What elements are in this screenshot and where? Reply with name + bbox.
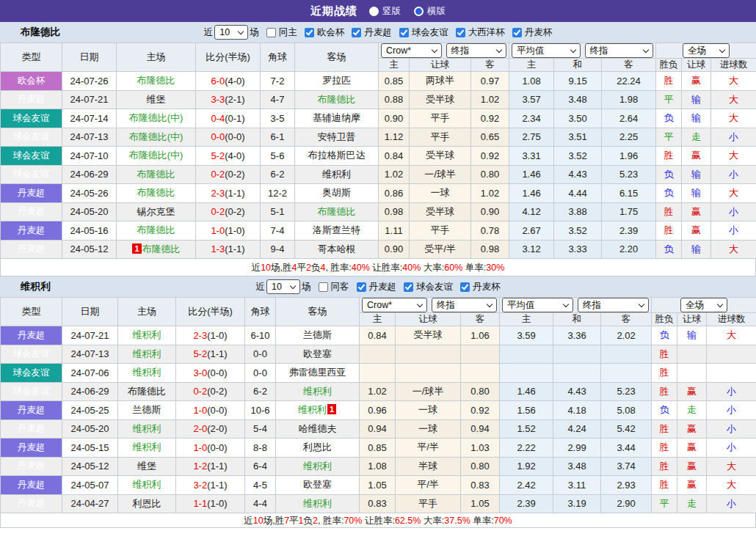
avg-away-cell: 2.64 bbox=[602, 109, 656, 128]
team-name-text: 维积利 bbox=[298, 404, 327, 415]
odds-source-select[interactable]: Crow* bbox=[362, 298, 427, 312]
avg-time-select[interactable]: 终指 bbox=[578, 298, 649, 312]
result-goals-cell: 小 bbox=[707, 382, 756, 401]
avg-time-value: 终指 bbox=[590, 45, 608, 57]
league-type-badge: 球会友谊 bbox=[1, 165, 62, 184]
match-date-cell: 24-07-21 bbox=[62, 90, 117, 109]
games-count-select[interactable]: 10 bbox=[214, 25, 248, 40]
chevron-down-icon bbox=[717, 301, 723, 307]
halftime-score: (1-1) bbox=[207, 348, 227, 359]
team-name-text: 布隆德比 bbox=[142, 243, 181, 254]
fulltime-score: 3-0 bbox=[193, 367, 207, 378]
result-handicap-cell: 赢 bbox=[677, 419, 707, 439]
result-text: 大 bbox=[729, 94, 738, 105]
filter-games-label: 场 bbox=[250, 26, 259, 39]
avg-source-select[interactable]: 平均值 bbox=[512, 43, 581, 58]
games-count-select[interactable]: 10 bbox=[266, 279, 300, 294]
page-title: 近期战绩 bbox=[310, 4, 357, 18]
fulltime-score: 2-3 bbox=[211, 188, 225, 199]
col-header-away: 客场 bbox=[276, 298, 360, 326]
league-filter-checkbox[interactable] bbox=[404, 282, 413, 292]
result-goals-cell: 小 bbox=[707, 419, 756, 439]
avg-source-select[interactable]: 平均值 bbox=[502, 298, 573, 312]
away-team-cell: 维积利 bbox=[276, 494, 360, 513]
odds-away-cell: 1.06 bbox=[461, 326, 500, 345]
corners-cell: 5-6 bbox=[261, 147, 295, 166]
summary-segment: 1 bbox=[299, 516, 304, 526]
avg-away-cell: 5.08 bbox=[601, 401, 652, 420]
match-row: 丹麦超24-05-20锡尔克堡0-2(0-2)5-1布隆德比0.98受半球0.9… bbox=[1, 202, 756, 221]
avg-time-select[interactable]: 终指 bbox=[585, 43, 654, 58]
radio-icon[interactable] bbox=[414, 7, 424, 16]
team-name-text: 维堡 bbox=[137, 461, 156, 472]
home-team-cell: 布隆德比 bbox=[117, 72, 196, 91]
section-header-bar: 布隆德比 近10场同主欧会杯丹麦超球会友谊大西洋杯丹麦杯 bbox=[0, 22, 756, 43]
league-filter-label: 丹麦超 bbox=[369, 281, 397, 293]
corners-cell: 3-5 bbox=[261, 109, 295, 128]
col-header-home: 主场 bbox=[117, 43, 196, 72]
odds-handicap-cell: 两球半 bbox=[410, 72, 471, 91]
league-filter-checkbox[interactable] bbox=[399, 28, 409, 37]
subcol-avg-home: 主 bbox=[509, 59, 554, 72]
result-handicap-cell: 输 bbox=[682, 90, 711, 109]
summary-segment: 平 bbox=[297, 263, 307, 273]
league-filter-checkbox[interactable] bbox=[456, 28, 465, 37]
filter-bar: 近10场同主欧会杯丹麦超球会友谊大西洋杯丹麦杯 bbox=[203, 25, 554, 40]
team-name-text: 锡尔克堡 bbox=[137, 206, 175, 217]
odds-home-cell: 0.94 bbox=[360, 419, 396, 439]
match-scope-select[interactable]: 全场 bbox=[680, 298, 727, 312]
team-name-text: 维积利 bbox=[303, 461, 332, 472]
summary-segment: 场,胜 bbox=[263, 516, 284, 526]
score-cell: 2-3(1-0) bbox=[176, 326, 245, 345]
same-venue-checkbox[interactable] bbox=[319, 282, 328, 292]
result-text: 走 bbox=[687, 404, 697, 415]
home-team-cell: 维积利 bbox=[118, 419, 176, 439]
result-text: 胜 bbox=[660, 423, 669, 434]
match-scope-select[interactable]: 全场 bbox=[683, 43, 730, 58]
league-filter-label: 丹麦杯 bbox=[473, 281, 501, 293]
fulltime-score: 0-2 bbox=[211, 169, 225, 180]
radio-horizontal-layout[interactable]: 横版 bbox=[414, 5, 446, 18]
league-type-badge: 球会友谊 bbox=[1, 382, 62, 401]
recent-results-page: 近期战绩 竖版 横版 布隆德比 近10场同主欧会杯丹麦超球会友谊大西洋杯丹麦杯 bbox=[0, 0, 756, 539]
match-date-cell: 24-05-16 bbox=[62, 221, 117, 241]
halftime-score: (1-1) bbox=[225, 243, 244, 254]
radio-icon[interactable] bbox=[369, 7, 379, 16]
odds-handicap-cell: 一球 bbox=[410, 184, 471, 203]
avg-away-cell: 2.20 bbox=[602, 240, 656, 259]
red-card-badge: 1 bbox=[132, 243, 141, 254]
odds-away-cell: 0.78 bbox=[471, 221, 509, 241]
subcol-odds-away: 客 bbox=[471, 59, 509, 72]
summary-segment: , 胜率: bbox=[325, 263, 351, 273]
league-filter-checkbox[interactable] bbox=[305, 28, 314, 37]
score-cell: 1-1(1-0) bbox=[176, 494, 245, 513]
away-team-cell: 维积利 bbox=[276, 382, 360, 401]
team-name-text: 布隆德比 bbox=[128, 386, 166, 397]
radio-vertical-layout[interactable]: 竖版 bbox=[369, 5, 401, 18]
avg-draw-cell: 3.36 bbox=[553, 326, 601, 345]
fulltime-score: 0-2 bbox=[211, 206, 225, 217]
league-filter-checkbox[interactable] bbox=[460, 282, 470, 292]
avg-away-cell: 1.75 bbox=[602, 202, 656, 221]
score-cell: 0-2(0-2) bbox=[176, 382, 245, 401]
fulltime-score: 3-3 bbox=[211, 94, 225, 105]
match-date-cell: 24-06-29 bbox=[62, 382, 118, 401]
odds-time-select[interactable]: 终指 bbox=[446, 43, 507, 58]
odds-time-select[interactable]: 终指 bbox=[432, 298, 497, 312]
home-team-cell: 布隆德比 bbox=[117, 184, 196, 203]
result-goals-cell: 小 bbox=[711, 165, 756, 184]
same-venue-checkbox[interactable] bbox=[266, 28, 276, 37]
home-team-cell: 维堡 bbox=[117, 90, 196, 109]
odds-away-cell bbox=[461, 364, 500, 383]
match-row: 球会友谊24-07-06维积利3-0(0-0)0-0弗雷德里西亚胜 bbox=[1, 364, 756, 383]
result-text: 赢 bbox=[687, 479, 697, 490]
odds-source-select[interactable]: Crow* bbox=[381, 43, 442, 58]
league-filter-label: 丹麦杯 bbox=[525, 26, 553, 39]
league-filter-checkbox[interactable] bbox=[512, 28, 522, 37]
corners-cell: 10-6 bbox=[245, 401, 276, 420]
result-text: 小 bbox=[727, 404, 736, 415]
league-filter-checkbox[interactable] bbox=[352, 28, 361, 37]
odds-away-cell: 1.02 bbox=[471, 184, 509, 203]
league-filter-checkbox[interactable] bbox=[357, 282, 366, 292]
summary-segment: , 胜率: bbox=[318, 516, 344, 526]
